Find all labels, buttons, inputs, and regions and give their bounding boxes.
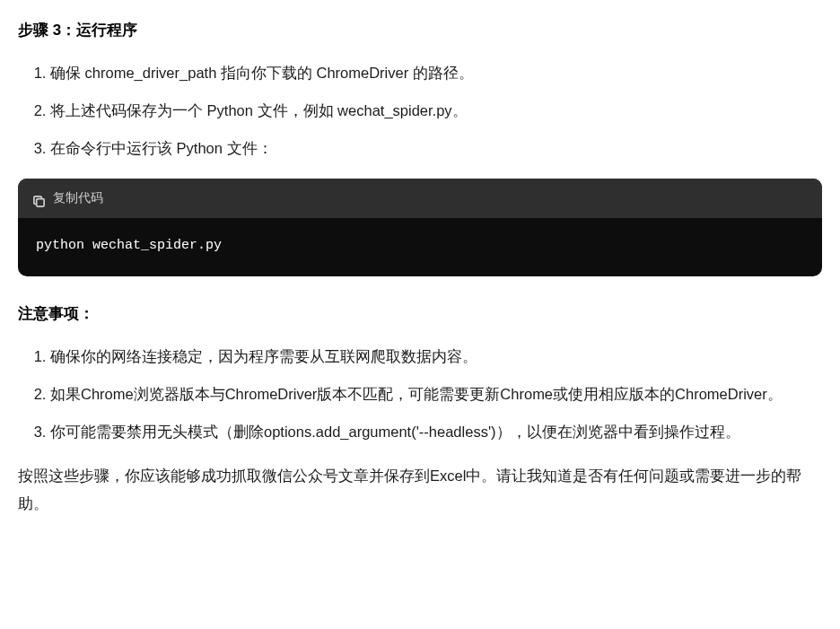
list-item: 将上述代码保存为一个 Python 文件，例如 wechat_spider.py… bbox=[50, 98, 822, 123]
code-content: python wechat_spider.py bbox=[18, 218, 822, 277]
copy-label: 复制代码 bbox=[53, 188, 103, 209]
step3-list: 确保 chrome_driver_path 指向你下载的 ChromeDrive… bbox=[18, 60, 822, 161]
notes-list: 确保你的网络连接稳定，因为程序需要从互联网爬取数据内容。 如果Chrome浏览器… bbox=[18, 344, 822, 444]
code-block: 复制代码 python wechat_spider.py bbox=[18, 179, 822, 276]
svg-rect-0 bbox=[37, 199, 44, 206]
list-item: 你可能需要禁用无头模式（删除options.add_argument('--he… bbox=[50, 419, 822, 444]
list-item: 在命令行中运行该 Python 文件： bbox=[50, 135, 822, 161]
closing-paragraph: 按照这些步骤，你应该能够成功抓取微信公众号文章并保存到Excel中。请让我知道是… bbox=[18, 462, 822, 517]
copy-icon bbox=[32, 191, 46, 205]
step3-heading: 步骤 3：运行程序 bbox=[18, 18, 822, 44]
notes-heading: 注意事项： bbox=[18, 301, 822, 328]
list-item: 确保 chrome_driver_path 指向你下载的 ChromeDrive… bbox=[50, 60, 822, 85]
code-header-copy[interactable]: 复制代码 bbox=[18, 179, 822, 218]
list-item: 确保你的网络连接稳定，因为程序需要从互联网爬取数据内容。 bbox=[50, 344, 822, 369]
list-item: 如果Chrome浏览器版本与ChromeDriver版本不匹配，可能需要更新Ch… bbox=[50, 381, 822, 406]
